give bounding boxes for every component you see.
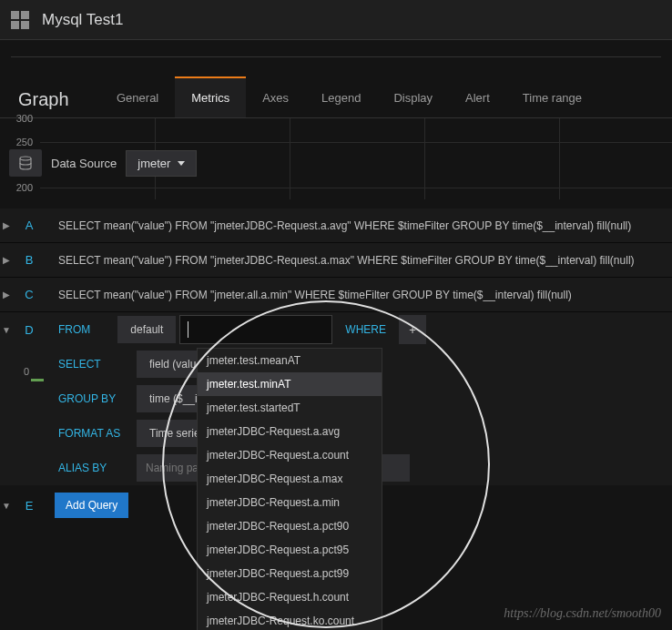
database-icon[interactable] xyxy=(9,149,42,177)
y-tick-250: 250 xyxy=(16,137,33,147)
dropdown-item[interactable]: jmeterJDBC-Request.a.count xyxy=(198,443,382,467)
query-d-from-row: ▼ D FROM default WHERE + xyxy=(0,312,672,347)
collapse-toggle[interactable]: ▶ xyxy=(0,208,13,243)
svg-point-0 xyxy=(20,157,31,160)
query-sql-a[interactable]: SELECT mean("value") FROM "jmeterJDBC-Re… xyxy=(46,219,672,232)
dropdown-item[interactable]: jmeterJDBC-Request.a.pct95 xyxy=(198,538,382,562)
divider xyxy=(11,56,661,57)
dashboard-icon[interactable] xyxy=(11,11,29,29)
from-measurement-input[interactable] xyxy=(179,315,332,344)
tab-display[interactable]: Display xyxy=(377,78,449,117)
tab-metrics[interactable]: Metrics xyxy=(175,76,246,117)
dropdown-item[interactable]: jmeter.test.startedT xyxy=(198,396,382,420)
y-tick-200: 200 xyxy=(16,182,33,193)
query-row-a: ▶ A SELECT mean("value") FROM "jmeterJDB… xyxy=(0,208,672,243)
datasource-value: jmeter xyxy=(137,157,170,170)
caret-down-icon xyxy=(178,161,185,166)
query-letter-b[interactable]: B xyxy=(13,253,46,267)
watermark: https://blog.csdn.net/smooth00 xyxy=(504,606,661,621)
query-letter-e[interactable]: E xyxy=(13,499,46,513)
add-where-button[interactable]: + xyxy=(399,315,426,344)
collapse-toggle[interactable]: ▶ xyxy=(0,243,13,278)
add-query-button[interactable]: Add Query xyxy=(55,493,128,518)
dropdown-item[interactable]: jmeterJDBC-Request.a.pct90 xyxy=(198,514,382,538)
from-policy[interactable]: default xyxy=(117,316,176,343)
groupby-label: GROUP BY xyxy=(46,392,137,405)
query-row-b: ▶ B SELECT mean("value") FROM "jmeterJDB… xyxy=(0,243,672,278)
datasource-label: Data Source xyxy=(51,157,117,170)
dropdown-item[interactable]: jmeterJDBC-Request.a.avg xyxy=(198,420,382,443)
query-letter-a[interactable]: A xyxy=(13,218,46,232)
dropdown-item[interactable]: jmeter.test.minAT xyxy=(198,372,382,396)
topbar: Mysql Test1 xyxy=(0,0,672,40)
collapse-toggle[interactable]: ▼ xyxy=(0,488,13,523)
dropdown-item[interactable]: jmeterJDBC-Request.a.max xyxy=(198,467,382,491)
from-label: FROM xyxy=(46,323,103,336)
datasource-row: Data Source jmeter xyxy=(9,149,197,177)
dropdown-item[interactable]: jmeterJDBC-Request.ko.count xyxy=(198,609,382,630)
dropdown-item[interactable]: jmeter.test.meanAT xyxy=(198,349,382,372)
formatas-label: FORMAT AS xyxy=(46,427,137,440)
dashboard-title[interactable]: Mysql Test1 xyxy=(42,11,123,29)
tab-legend[interactable]: Legend xyxy=(305,78,377,117)
select-label: SELECT xyxy=(46,358,137,371)
legend-color-marker xyxy=(31,379,44,381)
tab-alert[interactable]: Alert xyxy=(449,78,506,117)
query-sql-c[interactable]: SELECT mean("value") FROM "jmeter.all.a.… xyxy=(46,289,672,301)
tab-general[interactable]: General xyxy=(100,78,175,117)
query-letter-d[interactable]: D xyxy=(13,323,46,337)
query-sql-b[interactable]: SELECT mean("value") FROM "jmeterJDBC-Re… xyxy=(46,254,672,267)
chart-preview: 300 250 200 Data Source jmeter xyxy=(0,117,672,199)
collapse-toggle[interactable]: ▼ xyxy=(0,312,13,347)
y-tick-zero: 0 xyxy=(24,366,29,377)
tabs: General Metrics Axes Legend Display Aler… xyxy=(0,74,672,117)
where-label: WHERE xyxy=(332,323,399,336)
query-letter-c[interactable]: C xyxy=(13,288,46,301)
tab-timerange[interactable]: Time range xyxy=(506,78,598,117)
dropdown-item[interactable]: jmeterJDBC-Request.h.count xyxy=(198,585,382,609)
query-row-c: ▶ C SELECT mean("value") FROM "jmeter.al… xyxy=(0,278,672,312)
collapse-toggle[interactable]: ▶ xyxy=(0,278,13,312)
measurement-dropdown: jmeter.test.meanAT jmeter.test.minAT jme… xyxy=(197,348,382,630)
dropdown-item[interactable]: jmeterJDBC-Request.a.min xyxy=(198,491,382,514)
tab-axes[interactable]: Axes xyxy=(246,78,305,117)
aliasby-label: ALIAS BY xyxy=(46,462,137,474)
datasource-select[interactable]: jmeter xyxy=(126,150,197,177)
dropdown-item[interactable]: jmeterJDBC-Request.a.pct99 xyxy=(198,562,382,585)
y-tick-300: 300 xyxy=(16,113,33,124)
